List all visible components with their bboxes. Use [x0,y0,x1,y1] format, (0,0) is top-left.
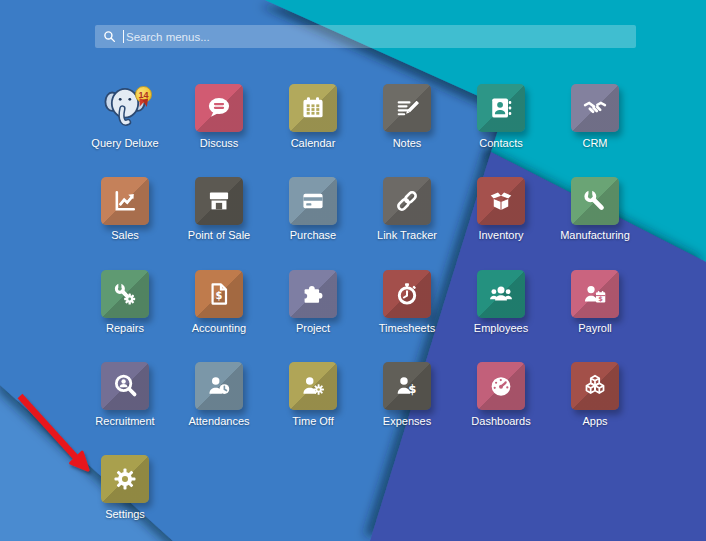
app-expenses[interactable]: Expenses [383,362,431,424]
app-notes[interactable]: Notes [383,84,431,146]
timeoff-icon [299,372,327,400]
app-tile[interactable] [477,362,525,410]
app-tile[interactable] [101,362,149,410]
app-label: Notes [393,137,422,149]
app-point-of-sale[interactable]: Point of Sale [195,177,243,239]
search-icon [103,30,116,43]
app-tile[interactable]: 14 [101,84,149,132]
purchase-icon [299,187,327,215]
app-label: Dashboards [471,415,530,427]
app-repairs[interactable]: Repairs [101,270,149,332]
app-label: Recruitment [95,415,154,427]
app-drawer: $ $ [0,0,706,541]
app-label: Purchase [290,229,336,241]
app-tile[interactable] [101,177,149,225]
app-label: Payroll [578,322,612,334]
text-caret [123,30,124,43]
app-label: Time Off [292,415,334,427]
app-label: Point of Sale [188,229,250,241]
project-icon [299,280,327,308]
app-tile[interactable] [383,362,431,410]
app-tile[interactable] [477,270,525,318]
manufacturing-icon [581,187,609,215]
app-accounting[interactable]: Accounting [195,270,243,332]
app-tile[interactable] [195,362,243,410]
app-label: Project [296,322,330,334]
repairs-icon [111,280,139,308]
app-contacts[interactable]: Contacts [477,84,525,146]
sales-icon [111,187,139,215]
app-label: Accounting [192,322,246,334]
app-discuss[interactable]: Discuss [195,84,243,146]
inventory-icon [487,187,515,215]
app-apps[interactable]: Apps [571,362,619,424]
app-payroll[interactable]: Payroll [571,270,619,332]
app-inventory[interactable]: Inventory [477,177,525,239]
app-tile[interactable] [289,270,337,318]
app-time-off[interactable]: Time Off [289,362,337,424]
discuss-icon [205,94,233,122]
app-purchase[interactable]: Purchase [289,177,337,239]
calendar-icon [299,94,327,122]
app-label: CRM [582,137,607,149]
app-tile[interactable] [477,84,525,132]
app-dashboards[interactable]: Dashboards [477,362,525,424]
app-tile[interactable] [195,177,243,225]
app-label: Settings [105,508,145,520]
settings-icon [111,465,139,493]
app-label: Link Tracker [377,229,437,241]
app-label: Timesheets [379,322,435,334]
accounting-icon [205,280,233,308]
recruitment-icon [111,372,139,400]
app-tile[interactable] [289,177,337,225]
app-tile[interactable] [383,177,431,225]
apps-icon [581,372,609,400]
app-label: Repairs [106,322,144,334]
app-project[interactable]: Project [289,270,337,332]
app-tile[interactable] [101,455,149,503]
app-calendar[interactable]: Calendar [289,84,337,146]
app-tile[interactable] [571,362,619,410]
app-tile[interactable] [289,362,337,410]
app-tile[interactable] [571,270,619,318]
app-employees[interactable]: Employees [477,270,525,332]
app-tile[interactable] [195,84,243,132]
notes-icon [393,94,421,122]
app-link-tracker[interactable]: Link Tracker [383,177,431,239]
app-tile[interactable] [571,84,619,132]
app-tile[interactable] [195,270,243,318]
expenses-icon [393,372,421,400]
app-tile[interactable] [383,270,431,318]
timesheets-icon [393,280,421,308]
app-timesheets[interactable]: Timesheets [383,270,431,332]
app-manufacturing[interactable]: Manufacturing [571,177,619,239]
app-label: Manufacturing [560,229,630,241]
app-label: Calendar [291,137,336,149]
app-grid: 14 Query Deluxe Discuss Calendar N [101,84,619,517]
app-label: Apps [582,415,607,427]
app-tile[interactable] [571,177,619,225]
app-sales[interactable]: Sales [101,177,149,239]
app-tile[interactable] [383,84,431,132]
app-label: Inventory [478,229,523,241]
app-label: Expenses [383,415,431,427]
search-input[interactable] [126,31,628,43]
search-bar[interactable] [95,25,636,48]
app-label: Contacts [479,137,522,149]
app-recruitment[interactable]: Recruitment [101,362,149,424]
app-query-deluxe[interactable]: 14 Query Deluxe [101,84,149,146]
app-attendances[interactable]: Attendances [195,362,243,424]
contacts-icon [487,94,515,122]
app-label: Discuss [200,137,239,149]
app-tile[interactable] [477,177,525,225]
attendances-icon [205,372,233,400]
app-tile[interactable] [101,270,149,318]
app-label: Query Deluxe [91,137,158,149]
app-label: Employees [474,322,528,334]
pos-icon [205,187,233,215]
crm-icon [581,94,609,122]
app-settings[interactable]: Settings [101,455,149,517]
employees-icon [487,280,515,308]
app-crm[interactable]: CRM [571,84,619,146]
app-tile[interactable] [289,84,337,132]
